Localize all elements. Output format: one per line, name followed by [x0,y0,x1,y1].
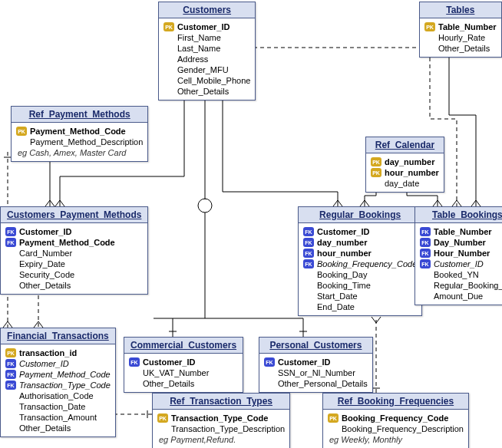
entity-body: PKBooking_Frequency_CodeBooking_Frequenc… [323,410,468,448]
field: First_Name [163,32,250,43]
field-name: Other_Details [424,44,490,53]
foreign-key-icon: FK [129,357,140,367]
field-name: Other_Details [5,423,71,433]
primary-key-icon: PK [371,168,381,177]
foreign-key-icon: FK [420,249,431,258]
entity-body: PKPayment_Method_CodePayment_Method_Desc… [12,123,147,161]
entity-body: PKday_numberPKhour_numberday_date [366,153,444,192]
foreign-key-icon: FK [303,238,314,247]
field-name: Gender_MFU [163,65,229,74]
entity-body: FKCustomer_IDFKPayment_Method_CodeCard_N… [1,223,147,294]
entity-title: Ref_Booking_Frequencies [323,394,468,410]
field: FKCustomer_ID [420,259,502,269]
field-name: First_Name [163,33,221,42]
field: PKday_number [371,156,439,167]
field: FKCustomer_ID [303,226,417,237]
field-name: Expiry_Date [5,259,65,268]
entity-body: FKTable_NumberFKDay_NumberFKHour_NumberF… [415,223,502,305]
field: FKDay_Number [420,237,502,248]
field-name: transaction_id [19,348,77,357]
entity-title: Customers_Payment_Methods [1,207,147,223]
field-name: eg Cash, Amex, Master Card [16,148,126,157]
field: Expiry_Date [5,259,143,269]
entity-ref_calendar: Ref_CalendarPKday_numberPKhour_numberday… [365,137,444,193]
field: Booking_Frequency_Description [328,423,464,434]
foreign-key-icon: FK [5,370,16,379]
field: PKPayment_Method_Code [16,126,143,137]
field-name: Address [163,54,208,64]
field: eg Cash, Amex, Master Card [16,147,143,158]
field-name: Customer_ID [278,357,330,367]
field: FKCustomer_ID [129,357,238,367]
field-name: Amount_Due [420,292,483,301]
field: eg Payment,Refund. [157,434,285,445]
entity-body: PKTransaction_Type_CodeTransaction_Type_… [153,410,289,448]
field-name: Transaction_Date [5,402,85,411]
field: Booked_YN [420,269,502,280]
field: Transaction_Type_Description [157,423,285,434]
field: Transaction_Amount [5,412,111,423]
entity-table_bookings: Table_BookingsFKTable_NumberFKDay_Number… [414,206,502,305]
field: FKCustomer_ID [5,358,111,369]
field-name: Hour_Number [434,249,490,258]
foreign-key-icon: FK [264,357,275,367]
primary-key-icon: PK [157,413,168,423]
field: FKBooking_Frequency_Code [303,259,417,269]
entity-body: PKtransaction_idFKCustomer_IDFKPayment_M… [1,344,115,436]
field-name: UK_VAT_Number [129,368,209,377]
field-name: Transaction_Type_Code [19,380,111,390]
entity-ref_payment_methods: Ref_Payment_MethodsPKPayment_Method_Code… [11,106,148,162]
field-name: Transaction_Type_Code [171,413,268,423]
entity-ref_booking_frequencies: Ref_Booking_FrequenciesPKBooking_Frequen… [322,393,469,448]
entity-tables: TablesPKTable_NumberHourly_RateOther_Det… [419,2,502,58]
field: Last_Name [163,43,250,54]
foreign-key-icon: FK [5,380,16,390]
entity-title: Table_Bookings [415,207,502,223]
primary-key-icon: PK [163,22,174,31]
field: FKCustomer_ID [5,226,143,237]
field: Other_Details [424,43,497,54]
field-name: Booking_Frequency_Code [317,259,417,268]
field: Card_Number [5,248,143,259]
field: Other_Personal_Details [264,378,368,389]
field-name: Customer_ID [143,357,195,367]
field: PKhour_number [371,167,439,178]
field: eg Weekly, Monthly [328,434,464,445]
field-name: Transaction_Amount [5,413,97,422]
entity-body: FKCustomer_IDFKday_numberFKhour_numberFK… [299,223,421,315]
field-name: Other_Personal_Details [264,379,368,388]
field: FKday_number [303,237,417,248]
entity-title: Ref_Transaction_Types [153,394,289,410]
entity-title: Financial_Transactions [1,328,115,344]
foreign-key-icon: FK [5,227,16,236]
foreign-key-icon: FK [5,238,16,247]
field: PKTable_Number [424,21,497,32]
field: FKPayment_Method_Code [5,237,143,248]
foreign-key-icon: FK [303,249,314,258]
field-name: Payment_Method_Code [19,370,111,379]
foreign-key-icon: FK [420,227,431,236]
field-name: SSN_or_NI_Number [264,368,355,377]
foreign-key-icon: FK [5,359,16,368]
field-name: Hourly_Rate [424,33,485,42]
entity-ref_transaction_types: Ref_Transaction_TypesPKTransaction_Type_… [152,393,290,448]
field-name: eg Payment,Refund. [157,435,236,444]
field-name: End_Date [303,302,355,311]
field-name: day_date [371,179,419,188]
entity-body: PKTable_NumberHourly_RateOther_Details [420,18,501,57]
field-name: Start_Date [303,292,358,301]
field-name: Booking_Frequency_Description [328,424,464,433]
field-name: Table_Number [438,22,497,31]
field: End_Date [303,301,417,312]
primary-key-icon: PK [371,157,381,166]
field: Gender_MFU [163,64,250,75]
foreign-key-icon: FK [420,259,431,268]
field: Transaction_Date [5,401,111,412]
field-name: Booking_Frequency_Code [342,413,448,423]
field: day_date [371,178,439,189]
field: Start_Date [303,291,417,301]
field: Address [163,54,250,64]
primary-key-icon: PK [328,413,339,423]
field-name: Transaction_Type_Description [157,424,285,433]
field: PKCustomer_ID [163,21,250,32]
